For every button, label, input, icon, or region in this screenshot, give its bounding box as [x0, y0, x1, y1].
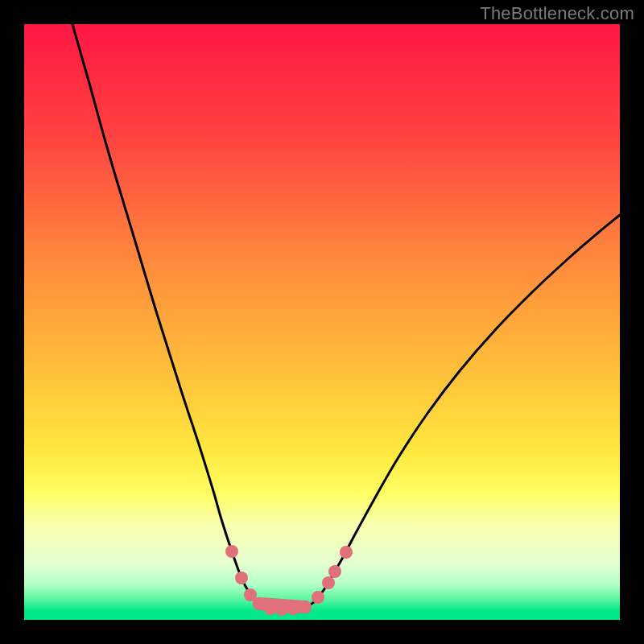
- valley-marker: [312, 591, 324, 604]
- valley-marker: [225, 545, 238, 558]
- valley-marker: [299, 601, 312, 613]
- valley-marker: [275, 603, 288, 616]
- valley-marker: [253, 597, 266, 610]
- valley-marker: [328, 565, 341, 578]
- plot-area: [24, 24, 620, 620]
- bottleneck-curve: [72, 24, 620, 609]
- valley-marker: [287, 602, 299, 615]
- valley-marker: [264, 602, 277, 615]
- valley-marker: [340, 546, 353, 559]
- watermark-text: TheBottleneck.com: [480, 3, 634, 24]
- chart-frame: TheBottleneck.com: [0, 0, 644, 644]
- chart-svg: [24, 24, 620, 620]
- valley-marker: [235, 572, 248, 584]
- valley-marker: [322, 576, 335, 589]
